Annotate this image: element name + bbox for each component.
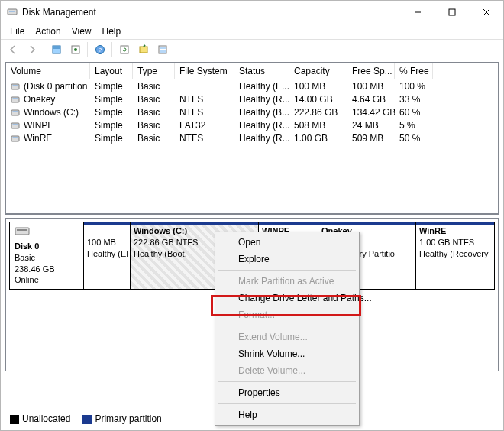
- context-menu-item[interactable]: Open: [217, 234, 357, 251]
- partition-size: 1.00 GB NTFS: [419, 237, 491, 248]
- col-capacity[interactable]: Capacity: [289, 63, 347, 79]
- context-menu-item[interactable]: Help: [217, 407, 357, 423]
- svg-rect-12: [121, 46, 128, 53]
- disk-icon: [15, 225, 79, 239]
- volume-name: WinRE: [24, 133, 52, 144]
- menu-help[interactable]: Help: [98, 25, 126, 37]
- partition-block[interactable]: WinRE 1.00 GB NTFS Healthy (Recovery: [415, 222, 494, 289]
- col-layout[interactable]: Layout: [90, 63, 133, 79]
- properties-button[interactable]: [47, 41, 65, 58]
- cell-type: Basic: [133, 131, 175, 144]
- svg-point-9: [74, 48, 77, 51]
- context-menu-item[interactable]: Change Drive Letter and Paths...: [217, 290, 357, 306]
- context-menu-item[interactable]: Properties: [217, 384, 357, 401]
- svg-rect-24: [13, 124, 18, 125]
- partition-status: Healthy (Recovery: [419, 248, 491, 260]
- toolbar-separator: [111, 42, 112, 57]
- show-hidden-button[interactable]: [134, 41, 152, 58]
- col-status[interactable]: Status: [234, 63, 289, 79]
- forward-button[interactable]: [23, 41, 40, 58]
- context-menu-item: Delete Volume...: [217, 362, 357, 379]
- partition-block[interactable]: 100 MB Healthy (EF: [84, 222, 130, 289]
- table-row[interactable]: OnekeySimpleBasicNTFSHealthy (R...14.00 …: [6, 92, 498, 105]
- toolbar: ?: [1, 39, 503, 60]
- volume-name: (Disk 0 partition 1): [24, 81, 90, 92]
- col-volume[interactable]: Volume: [6, 63, 90, 79]
- cell-free: 100 MB: [347, 79, 395, 92]
- back-button[interactable]: [4, 41, 21, 58]
- svg-rect-16: [160, 50, 166, 53]
- cell-status: Healthy (B...: [234, 105, 289, 118]
- svg-rect-3: [449, 9, 455, 15]
- views-button[interactable]: [153, 41, 171, 58]
- svg-rect-28: [17, 229, 27, 231]
- context-menu-item[interactable]: Explore: [217, 251, 357, 267]
- cell-layout: Simple: [90, 131, 133, 144]
- menu-view[interactable]: View: [67, 25, 96, 37]
- cell-type: Basic: [133, 92, 175, 105]
- legend-label: Primary partition: [95, 413, 161, 424]
- table-row[interactable]: WinRESimpleBasicNTFSHealthy (R...1.00 GB…: [6, 131, 498, 144]
- cell-type: Basic: [133, 105, 175, 118]
- col-pctfree[interactable]: % Free: [395, 63, 433, 79]
- disk-label: Disk 0: [15, 241, 39, 251]
- context-menu-separator: [218, 270, 356, 271]
- svg-rect-6: [53, 46, 60, 53]
- toolbar-separator: [44, 42, 44, 57]
- volume-icon: [11, 108, 20, 117]
- svg-rect-17: [11, 84, 19, 89]
- app-icon: [7, 6, 18, 19]
- cell-capacity: 222.86 GB: [289, 105, 347, 118]
- cell-type: Basic: [133, 79, 175, 92]
- titlebar: Disk Management: [1, 1, 503, 24]
- svg-rect-25: [11, 136, 19, 141]
- cell-layout: Simple: [90, 79, 133, 92]
- cell-filesystem: FAT32: [175, 118, 234, 131]
- volume-icon: [11, 134, 20, 143]
- context-menu: OpenExploreMark Partition as ActiveChang…: [215, 232, 360, 426]
- minimize-button[interactable]: [400, 1, 435, 24]
- cell-capacity: 1.00 GB: [289, 131, 347, 144]
- svg-rect-18: [13, 85, 18, 86]
- partition-status: Healthy (EF: [87, 248, 127, 260]
- cell-layout: Simple: [90, 118, 133, 131]
- volume-icon: [11, 121, 20, 130]
- col-filesystem[interactable]: File System: [175, 63, 234, 79]
- refresh-button[interactable]: [115, 41, 133, 58]
- svg-rect-13: [140, 47, 147, 53]
- maximize-button[interactable]: [435, 1, 469, 24]
- close-button[interactable]: [469, 1, 503, 24]
- table-row[interactable]: WINPESimpleBasicFAT32Healthy (R...508 MB…: [6, 118, 498, 131]
- col-free[interactable]: Free Sp...: [347, 63, 395, 79]
- legend-swatch-unallocated: [10, 415, 19, 424]
- disk-status: Online: [15, 275, 39, 284]
- window-title: Disk Management: [22, 7, 96, 18]
- settings-button[interactable]: [66, 41, 84, 58]
- volume-name: Windows (C:): [24, 107, 79, 118]
- cell-filesystem: NTFS: [175, 105, 234, 118]
- svg-rect-19: [11, 97, 19, 102]
- menu-file[interactable]: File: [5, 25, 29, 37]
- svg-rect-22: [13, 111, 18, 112]
- cell-capacity: 14.00 GB: [289, 92, 347, 105]
- cell-pctfree: 100 %: [395, 79, 433, 92]
- svg-rect-27: [15, 228, 29, 235]
- cell-type: Basic: [133, 118, 175, 131]
- context-menu-item[interactable]: Shrink Volume...: [217, 345, 357, 362]
- volume-table-header: Volume Layout Type File System Status Ca…: [6, 63, 498, 79]
- context-menu-separator: [218, 381, 356, 382]
- volume-name: WINPE: [24, 120, 53, 131]
- cell-free: 134.42 GB: [347, 105, 395, 118]
- svg-rect-20: [13, 98, 18, 99]
- context-menu-item: Extend Volume...: [217, 329, 357, 345]
- table-row[interactable]: (Disk 0 partition 1)SimpleBasicHealthy (…: [6, 79, 498, 92]
- col-type[interactable]: Type: [133, 63, 175, 79]
- help-button[interactable]: ?: [91, 41, 108, 58]
- menu-action[interactable]: Action: [31, 25, 65, 37]
- context-menu-item: Format...: [217, 306, 357, 323]
- cell-free: 4.64 GB: [347, 92, 395, 105]
- disk-info[interactable]: Disk 0 Basic 238.46 GB Online: [9, 222, 84, 290]
- cell-status: Healthy (R...: [234, 92, 289, 105]
- table-row[interactable]: Windows (C:)SimpleBasicNTFSHealthy (B...…: [6, 105, 498, 118]
- partition-title: Windows (C:): [134, 226, 187, 235]
